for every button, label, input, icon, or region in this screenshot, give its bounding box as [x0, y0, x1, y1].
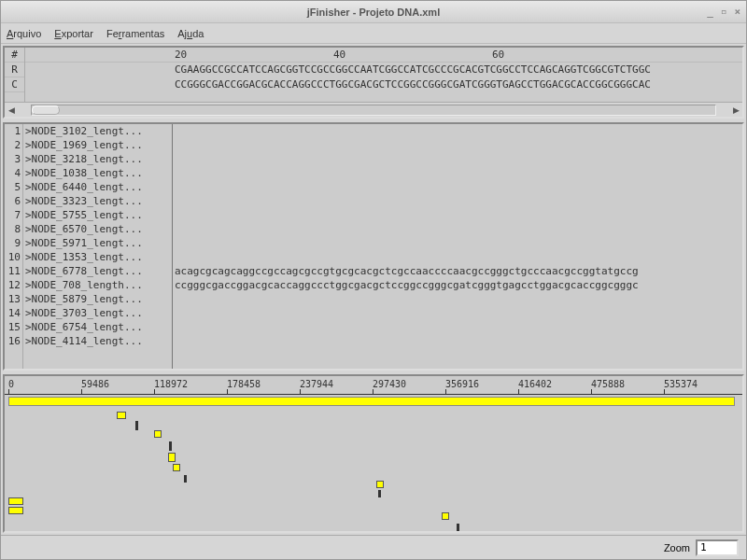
sequence-row[interactable] [173, 292, 742, 306]
fragment[interactable] [8, 507, 23, 514]
sequence-row[interactable] [173, 236, 742, 250]
node-names-column: >NODE_3102_lengt...>NODE_1969_lengt...>N… [23, 124, 173, 369]
line-number: 4 [5, 166, 22, 180]
full-range-bar[interactable] [8, 397, 735, 406]
sequence-row[interactable] [173, 208, 742, 222]
titlebar: jFinisher - Projeto DNA.xml _ ▫ × [1, 1, 746, 23]
node-name[interactable]: >NODE_3102_lengt... [23, 124, 172, 138]
node-name[interactable]: >NODE_5879_lengt... [23, 292, 172, 306]
menubar: AArquivorquivo Exportar Ferramentas Ajud… [1, 23, 746, 44]
sequence-row[interactable] [173, 222, 742, 236]
zoom-input[interactable] [696, 539, 739, 556]
menu-ajuda[interactable]: Ajuda [177, 28, 204, 39]
node-name[interactable]: >NODE_6754_lengt... [23, 320, 172, 334]
reference-panel: # R C 20 40 60 CGAAGGCCGCCATCCAGCGGTCCGC… [3, 46, 744, 119]
close-icon[interactable]: × [734, 6, 740, 18]
coverage-panel[interactable]: 0 59486 118972 178458 237944 297430 3569… [3, 374, 744, 533]
menu-arquivo[interactable]: AArquivorquivo [7, 28, 41, 39]
fragment[interactable] [154, 430, 162, 438]
sequence-row[interactable] [173, 166, 742, 180]
sequence-row[interactable] [173, 320, 742, 334]
node-name[interactable]: >NODE_708_length... [23, 278, 172, 292]
node-name[interactable]: >NODE_6778_lengt... [23, 264, 172, 278]
zoom-label: Zoom [664, 542, 690, 553]
fragment[interactable] [168, 453, 176, 462]
node-name[interactable]: >NODE_5971_lengt... [23, 236, 172, 250]
node-name[interactable]: >NODE_1038_lengt... [23, 166, 172, 180]
sequence-row[interactable] [173, 334, 742, 348]
line-number: 2 [5, 138, 22, 152]
node-name[interactable]: >NODE_1353_lengt... [23, 250, 172, 264]
line-number: 11 [5, 264, 22, 278]
line-number: 13 [5, 292, 22, 306]
reference-sequence-r: CGAAGGCCGCCATCCAGCGGTCCGCCGGCCAATCGGCCAT… [25, 63, 742, 77]
sequence-row[interactable] [173, 194, 742, 208]
reference-sequence-c: CCGGGCGACCGGACGCACCAGGCCCTGGCGACGCTCCGGC… [25, 77, 742, 92]
fragment[interactable] [117, 412, 126, 419]
line-number: 6 [5, 194, 22, 208]
row-label-r: R [5, 63, 24, 77]
node-name[interactable]: >NODE_1969_lengt... [23, 138, 172, 152]
line-number: 8 [5, 222, 22, 236]
sequence-row[interactable] [173, 306, 742, 320]
node-name[interactable]: >NODE_4114_lengt... [23, 334, 172, 348]
node-name[interactable]: >NODE_6570_lengt... [23, 222, 172, 236]
menu-exportar[interactable]: Exportar [54, 28, 93, 39]
top-horizontal-scrollbar[interactable]: ◀ ▶ [5, 102, 742, 117]
menu-ferramentas[interactable]: Ferramentas [106, 28, 164, 39]
sequence-row[interactable] [173, 152, 742, 166]
sequence-row[interactable] [173, 250, 742, 264]
sequence-area[interactable]: acagcgcagcaggccgccagcgccgtgcgcacgctcgcca… [173, 124, 742, 369]
minimize-icon[interactable]: _ [707, 6, 713, 18]
sequence-row[interactable] [173, 124, 742, 138]
scrollbar-thumb[interactable] [32, 105, 60, 115]
contig-list-panel: 12345678910111213141516 >NODE_3102_lengt… [3, 122, 744, 371]
row-label-c: C [5, 77, 24, 92]
line-number: 9 [5, 236, 22, 250]
fragment[interactable] [173, 464, 180, 471]
line-number: 5 [5, 180, 22, 194]
sequence-row[interactable]: ccgggcgaccggacgcaccaggccctggcgacgctccggc… [173, 278, 742, 292]
line-number: 1 [5, 124, 22, 138]
row-label-hash: # [5, 48, 24, 63]
sequence-row[interactable]: acagcgcagcaggccgccagcgccgtgcgcacgctcgcca… [173, 264, 742, 278]
maximize-icon[interactable]: ▫ [721, 6, 727, 18]
line-number: 10 [5, 250, 22, 264]
position-ruler: 20 40 60 [25, 48, 742, 63]
line-number: 16 [5, 334, 22, 348]
node-name[interactable]: >NODE_3703_lengt... [23, 306, 172, 320]
line-number: 15 [5, 320, 22, 334]
window-title: jFinisher - Projeto DNA.xml [307, 7, 440, 18]
fragment[interactable] [8, 497, 23, 505]
fragment[interactable] [376, 481, 384, 488]
line-number: 7 [5, 208, 22, 222]
node-name[interactable]: >NODE_6440_lengt... [23, 180, 172, 194]
position-axis: 0 59486 118972 178458 237944 297430 3569… [5, 376, 742, 395]
statusbar: Zoom [1, 535, 746, 559]
node-name[interactable]: >NODE_5755_lengt... [23, 208, 172, 222]
line-number: 12 [5, 278, 22, 292]
scroll-left-icon[interactable]: ◀ [5, 105, 18, 115]
sequence-row[interactable] [173, 138, 742, 152]
node-name[interactable]: >NODE_3218_lengt... [23, 152, 172, 166]
line-numbers: 12345678910111213141516 [5, 124, 23, 369]
line-number: 14 [5, 306, 22, 320]
sequence-row[interactable] [173, 180, 742, 194]
scroll-right-icon[interactable]: ▶ [729, 105, 742, 115]
line-number: 3 [5, 152, 22, 166]
node-name[interactable]: >NODE_3323_lengt... [23, 194, 172, 208]
fragment[interactable] [442, 512, 449, 520]
